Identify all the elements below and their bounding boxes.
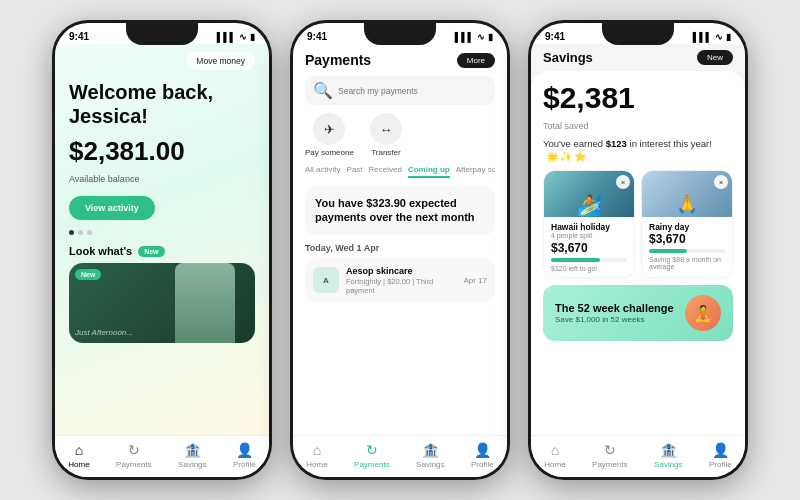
savings-content: Savings New $2,381 Total saved You've ea… [531, 44, 745, 435]
nav3-payments-label: Payments [592, 460, 628, 469]
total-saved-label: Total saved [543, 121, 733, 131]
savings-title: Savings [543, 50, 593, 65]
payments-icon-2: ↻ [366, 442, 378, 458]
nav2-profile[interactable]: 👤 Profile [471, 442, 494, 469]
payments-title: Payments [305, 52, 371, 68]
tab-afterpay[interactable]: Afterpay soon [456, 165, 495, 178]
nav2-payments[interactable]: ↻ Payments [354, 442, 390, 469]
more-button[interactable]: More [457, 53, 495, 68]
badge-1: 🌟 [546, 150, 558, 164]
interest-badges: 🌟 ✨ ⭐ [546, 150, 586, 164]
tab-received[interactable]: Received [369, 165, 402, 178]
rainy-person-icon: 🙏 [676, 193, 698, 215]
challenge-title: The 52 week challenge [555, 302, 677, 314]
status-time-2: 9:41 [307, 31, 327, 42]
nav3-savings-label: Savings [654, 460, 682, 469]
payment-detail: Fortnightly | $20.00 | Third payment [346, 277, 456, 295]
signal-icon-3: ▌▌▌ [693, 32, 712, 42]
nav3-profile[interactable]: 👤 Profile [709, 442, 732, 469]
payments-tabs: All activity Past Received Coming up Aft… [305, 165, 495, 178]
nav-savings[interactable]: 🏦 Savings [178, 442, 206, 469]
challenge-text-block: The 52 week challenge Save $1,000 in 52 … [555, 302, 677, 324]
tab-all-activity[interactable]: All activity [305, 165, 341, 178]
rainy-card[interactable]: 🙏 × Rainy day $3,670 Saving $88 a month … [641, 170, 733, 279]
nav3-payments[interactable]: ↻ Payments [592, 442, 628, 469]
challenge-avatar: 🧘 [685, 295, 721, 331]
badge-3: ⭐ [574, 150, 586, 164]
savings-main: $2,381 Total saved You've earned $123 in… [531, 71, 745, 435]
savings-icon-3: 🏦 [660, 442, 677, 458]
battery-icon-3: ▮ [726, 32, 731, 42]
transfer-button[interactable]: ↔ Transfer [370, 113, 402, 157]
payments-screen: Payments More 🔍 ✈ Pay someone [293, 44, 507, 477]
hawaii-card-body: Hawaii holiday 4 people split $3,670 $12… [544, 217, 634, 278]
tab-coming-up[interactable]: Coming up [408, 165, 450, 178]
search-input[interactable] [338, 86, 487, 96]
feature-card[interactable]: New Just Afternoon... [69, 263, 255, 343]
rainy-progress-fill [649, 249, 687, 253]
profile-icon-3: 👤 [712, 442, 729, 458]
search-icon: 🔍 [313, 81, 333, 100]
wifi-icon-3: ∿ [715, 32, 723, 42]
payments-content: Payments More 🔍 ✈ Pay someone [293, 44, 507, 435]
nav2-profile-label: Profile [471, 460, 494, 469]
challenge-card[interactable]: The 52 week challenge Save $1,000 in 52 … [543, 285, 733, 341]
total-saved-amount: $2,381 [543, 81, 733, 114]
interest-prefix: You've earned [543, 138, 606, 149]
balance-amount: $2,381.00 [69, 136, 255, 167]
bottom-nav: ⌂ Home ↻ Payments 🏦 Savings 👤 Profile [55, 435, 269, 477]
look-whats-text: Look what's [69, 245, 132, 257]
nav3-home[interactable]: ⌂ Home [544, 442, 565, 469]
rainy-card-body: Rainy day $3,670 Saving $88 a month on a… [642, 217, 732, 276]
badge-2: ✨ [560, 150, 572, 164]
move-money-button[interactable]: Move money [186, 52, 255, 70]
nav3-profile-label: Profile [709, 460, 732, 469]
hawaii-progress-fill [551, 258, 600, 262]
nav2-savings[interactable]: 🏦 Savings [416, 442, 444, 469]
battery-icon-2: ▮ [488, 32, 493, 42]
nav2-home[interactable]: ⌂ Home [306, 442, 327, 469]
hawaii-progress-bar [551, 258, 627, 262]
home-icon-3: ⌂ [551, 442, 559, 458]
hawaii-card-title: Hawaii holiday [551, 222, 627, 232]
search-bar[interactable]: 🔍 [305, 76, 495, 105]
interest-text: You've earned $123 in interest this year… [543, 137, 733, 164]
new-savings-button[interactable]: New [697, 50, 733, 65]
view-activity-button[interactable]: View activity [69, 196, 155, 220]
phone-home: 9:41 ▌▌▌ ∿ ▮ Move money Welcome back,Jes… [52, 20, 272, 480]
bottom-nav-3: ⌂ Home ↻ Payments 🏦 Savings 👤 Profile [531, 435, 745, 477]
card-preview-label: Just Afternoon... [69, 322, 139, 343]
today-label: Today, Wed 1 Apr [305, 243, 495, 253]
nav3-savings[interactable]: 🏦 Savings [654, 442, 682, 469]
nav2-savings-label: Savings [416, 460, 444, 469]
nav-profile[interactable]: 👤 Profile [233, 442, 256, 469]
nav-home[interactable]: ⌂ Home [68, 442, 89, 469]
nav-payments[interactable]: ↻ Payments [116, 442, 152, 469]
dot-2 [78, 230, 83, 235]
savings-cards-grid: 🏄 × Hawaii holiday 4 people split $3,670 [543, 170, 733, 279]
hawaii-card[interactable]: 🏄 × Hawaii holiday 4 people split $3,670 [543, 170, 635, 279]
nav3-home-label: Home [544, 460, 565, 469]
pay-someone-button[interactable]: ✈ Pay someone [305, 113, 354, 157]
home-icon: ⌂ [75, 442, 83, 458]
rainy-card-image: 🙏 × [642, 171, 732, 217]
nav-profile-label: Profile [233, 460, 256, 469]
transfer-label: Transfer [371, 148, 401, 157]
savings-screen: Savings New $2,381 Total saved You've ea… [531, 44, 745, 477]
wifi-icon-2: ∿ [477, 32, 485, 42]
signal-icon-2: ▌▌▌ [455, 32, 474, 42]
payment-info: Aesop skincare Fortnightly | $20.00 | Th… [346, 266, 456, 295]
payment-row[interactable]: A Aesop skincare Fortnightly | $20.00 | … [305, 259, 495, 302]
interest-amount: $123 [606, 138, 627, 149]
pay-someone-label: Pay someone [305, 148, 354, 157]
action-buttons: ✈ Pay someone ↔ Transfer [305, 113, 495, 157]
pagination-dots [69, 230, 255, 235]
status-time: 9:41 [69, 31, 89, 42]
nav2-home-label: Home [306, 460, 327, 469]
tab-past[interactable]: Past [347, 165, 363, 178]
nav-home-label: Home [68, 460, 89, 469]
dot-1 [69, 230, 74, 235]
rainy-progress-bar [649, 249, 725, 253]
hawaii-card-amount: $3,670 [551, 241, 627, 255]
expected-text: You have $323.90 expected payments over … [315, 196, 485, 225]
